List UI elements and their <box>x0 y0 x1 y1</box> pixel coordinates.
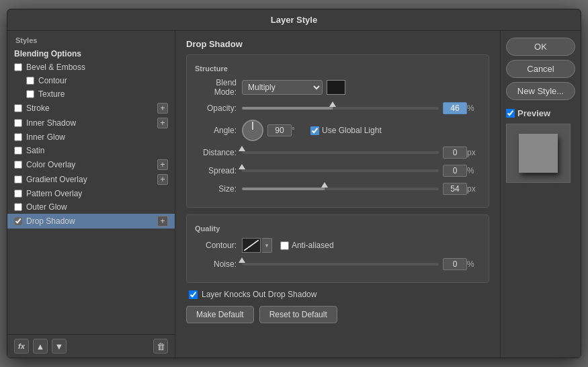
left-panel-footer: fx ▲ ▼ 🗑 <box>7 334 175 358</box>
noise-value-input[interactable] <box>443 258 467 270</box>
sidebar-item-drop-shadow[interactable]: Drop Shadow+ <box>7 214 175 229</box>
up-icon: ▲ <box>36 341 45 352</box>
svg-marker-0 <box>244 240 259 251</box>
use-global-light-label[interactable]: Use Global Light <box>310 126 382 135</box>
reset-default-button[interactable]: Reset to Default <box>259 306 337 323</box>
make-default-button[interactable]: Make Default <box>186 306 254 323</box>
sidebar-item-satin[interactable]: Satin <box>7 144 175 157</box>
label-gradient-overlay: Gradient Overlay <box>26 175 157 184</box>
preview-checkbox[interactable] <box>506 109 515 118</box>
preview-section: Preview <box>506 108 575 183</box>
noise-thumb[interactable] <box>239 257 245 263</box>
cancel-button[interactable]: Cancel <box>506 60 575 78</box>
fx-button[interactable]: fx <box>14 339 29 354</box>
sidebar-item-contour[interactable]: Contour <box>7 74 175 87</box>
plus-btn-color-overlay[interactable]: + <box>157 159 168 170</box>
label-satin: Satin <box>26 146 168 155</box>
size-row: Size: px <box>195 182 480 196</box>
label-inner-shadow: Inner Shadow <box>26 118 157 128</box>
checkbox-color-overlay[interactable] <box>14 161 22 169</box>
blend-mode-color-swatch[interactable] <box>327 80 345 95</box>
size-unit: px <box>467 184 480 194</box>
blend-mode-select[interactable]: Multiply Normal Dissolve Screen Overlay <box>242 80 323 95</box>
plus-btn-inner-shadow[interactable]: + <box>157 118 168 128</box>
contour-select-wrap: ▼ <box>242 238 272 253</box>
angle-dial[interactable] <box>242 120 263 141</box>
sidebar-item-inner-glow[interactable]: Inner Glow <box>7 130 175 144</box>
plus-btn-drop-shadow[interactable]: + <box>157 216 168 227</box>
plus-btn-gradient-overlay[interactable]: + <box>157 174 168 185</box>
angle-line <box>252 122 253 130</box>
label-texture: Texture <box>38 89 168 99</box>
sidebar-item-bevel-emboss[interactable]: Bevel & Emboss <box>7 60 175 74</box>
distance-unit: px <box>467 148 480 157</box>
angle-value-input[interactable] <box>267 124 292 136</box>
dialog-title: Layer Style <box>271 15 317 25</box>
trash-icon: 🗑 <box>157 341 165 352</box>
layer-knocks-checkbox[interactable] <box>189 290 198 299</box>
label-pattern-overlay: Pattern Overlay <box>26 189 168 198</box>
sidebar-item-texture[interactable]: Texture <box>7 87 175 101</box>
spread-unit: % <box>467 166 480 175</box>
checkbox-inner-glow[interactable] <box>14 133 22 141</box>
delete-button[interactable]: 🗑 <box>153 339 168 354</box>
angle-row: Angle: ° Use Global Light <box>195 120 480 141</box>
dialog-body: Styles Blending OptionsBevel & EmbossCon… <box>7 31 581 358</box>
anti-aliased-label[interactable]: Anti-aliased <box>280 241 334 250</box>
checkbox-bevel-emboss[interactable] <box>14 63 22 71</box>
sidebar-item-gradient-overlay[interactable]: Gradient Overlay+ <box>7 172 175 187</box>
checkbox-drop-shadow[interactable] <box>14 217 22 225</box>
ok-button[interactable]: OK <box>506 38 575 56</box>
size-thumb[interactable] <box>321 182 328 188</box>
spread-label: Spread: <box>195 166 242 175</box>
size-slider-wrap <box>242 182 439 196</box>
spread-slider-wrap <box>242 164 439 177</box>
spread-value-input[interactable] <box>443 165 467 177</box>
layer-knocks-label: Layer Knocks Out Drop Shadow <box>202 290 317 299</box>
plus-btn-stroke[interactable]: + <box>157 103 168 114</box>
spread-thumb[interactable] <box>239 164 245 169</box>
checkbox-stroke[interactable] <box>14 104 22 112</box>
sidebar-item-pattern-overlay[interactable]: Pattern Overlay <box>7 187 175 200</box>
checkbox-texture[interactable] <box>26 90 34 98</box>
layer-knocks-row: Layer Knocks Out Drop Shadow <box>186 290 489 299</box>
use-global-light-checkbox[interactable] <box>310 126 319 135</box>
move-down-button[interactable]: ▼ <box>52 339 67 354</box>
right-panel: OK Cancel New Style... Preview <box>500 31 581 358</box>
distance-thumb[interactable] <box>239 146 245 151</box>
checkbox-outer-glow[interactable] <box>14 203 22 211</box>
opacity-track <box>242 107 439 110</box>
use-global-light-text: Use Global Light <box>322 126 382 135</box>
checkbox-satin[interactable] <box>14 147 22 155</box>
label-inner-glow: Inner Glow <box>26 132 168 142</box>
anti-aliased-checkbox[interactable] <box>280 241 289 250</box>
structure-title: Structure <box>195 65 480 73</box>
noise-track <box>242 263 439 266</box>
distance-row: Distance: px <box>195 146 480 159</box>
sidebar-item-color-overlay[interactable]: Color Overlay+ <box>7 157 175 172</box>
down-icon: ▼ <box>55 341 64 352</box>
opacity-value-input[interactable] <box>443 102 467 114</box>
dialog-title-bar: Layer Style <box>7 9 581 31</box>
new-style-button[interactable]: New Style... <box>506 82 575 100</box>
size-value-input[interactable] <box>443 183 467 195</box>
sidebar-item-stroke[interactable]: Stroke+ <box>7 101 175 116</box>
contour-dropdown-arrow[interactable]: ▼ <box>262 238 272 253</box>
styles-list: Blending OptionsBevel & EmbossContourTex… <box>7 47 175 334</box>
preview-canvas <box>506 124 571 183</box>
checkbox-contour[interactable] <box>26 77 34 85</box>
opacity-thumb[interactable] <box>329 101 336 107</box>
move-up-button[interactable]: ▲ <box>33 339 48 354</box>
size-label: Size: <box>195 184 242 194</box>
section-title: Drop Shadow <box>186 39 489 49</box>
contour-thumbnail[interactable] <box>242 238 261 253</box>
checkbox-pattern-overlay[interactable] <box>14 190 22 198</box>
sidebar-item-inner-shadow[interactable]: Inner Shadow+ <box>7 116 175 130</box>
sidebar-item-outer-glow[interactable]: Outer Glow <box>7 200 175 214</box>
action-buttons: Make Default Reset to Default <box>186 306 489 323</box>
label-stroke: Stroke <box>26 104 157 113</box>
checkbox-inner-shadow[interactable] <box>14 119 22 127</box>
checkbox-gradient-overlay[interactable] <box>14 175 22 184</box>
distance-value-input[interactable] <box>443 147 467 159</box>
sidebar-item-blending-options[interactable]: Blending Options <box>7 47 175 60</box>
